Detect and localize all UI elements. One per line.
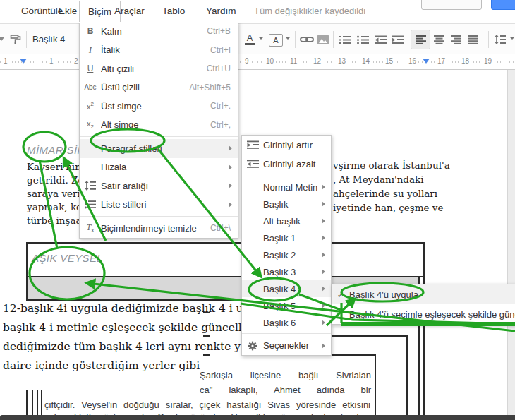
menu-item-italik[interactable]: IİtalikCtrl+I bbox=[80, 41, 238, 60]
numbered-list-icon[interactable] bbox=[337, 33, 351, 46]
table-border bbox=[423, 242, 425, 415]
menu-item-label: Normal Metin bbox=[263, 182, 322, 193]
body-text-left-fragment[interactable]: Kayseri'nin bbox=[27, 161, 81, 172]
ruler-number: 15 bbox=[383, 57, 395, 65]
ruler-number: 1 bbox=[47, 57, 56, 65]
text-color-icon[interactable]: A bbox=[244, 33, 255, 46]
menu-item-baslik[interactable]: Başlık bbox=[242, 196, 331, 212]
menu-item-label: İtalik bbox=[101, 44, 210, 55]
menu-item-label: Alt başlık bbox=[263, 216, 322, 227]
menu-item-shortcut: Ctrl+I bbox=[210, 45, 238, 55]
format-menu: BKalınCtrl+BIİtalikCtrl+IUAltı çiziliCtr… bbox=[79, 21, 238, 239]
highlight-color-icon[interactable]: A bbox=[269, 34, 283, 47]
menu-item-baslik-2[interactable]: Başlık 2 bbox=[242, 246, 331, 263]
toolbar-separator bbox=[333, 31, 334, 48]
bio-text-line[interactable]: çiftçidir. Veysel'in doğduğu sıralar, çi… bbox=[44, 400, 370, 410]
menu-item-normal-metin[interactable]: Normal Metin bbox=[242, 179, 331, 196]
highlight-color-caret-icon[interactable] bbox=[285, 37, 291, 40]
menubar-item-yardim[interactable]: Yardım bbox=[206, 6, 236, 16]
ruler-indent-marker-left[interactable] bbox=[20, 59, 27, 64]
menu-separator bbox=[242, 333, 331, 334]
align-right-icon[interactable] bbox=[449, 33, 462, 46]
paint-format-icon[interactable] bbox=[8, 33, 23, 46]
note-text-line[interactable]: daire içinde gösterdiğim yerler gibi bbox=[3, 359, 200, 372]
ruler-number: 13 bbox=[336, 57, 348, 65]
body-text-right-fragment[interactable]: iyetinde han, çeşme ve bbox=[333, 202, 444, 213]
menu-item-girintiyi-artir[interactable]: Girintiyi artır bbox=[242, 136, 331, 155]
menu-item-baslik-1[interactable]: Başlık 1 bbox=[242, 229, 331, 246]
menu-item-alt-baslik[interactable]: Alt başlık bbox=[242, 212, 331, 229]
bulleted-list-icon[interactable] bbox=[356, 33, 370, 46]
line-spacing-icon[interactable] bbox=[494, 33, 507, 46]
bio-text-line[interactable]: Şarkışla ilçesine bağlı Sivrialan bbox=[200, 370, 371, 380]
submenu-arrow-icon bbox=[322, 235, 325, 241]
menu-item-baslik-6[interactable]: Başlık 6 bbox=[242, 314, 331, 331]
menu-item-hizala[interactable]: Hizala bbox=[80, 158, 238, 177]
ruler[interactable]: 112910111213141516171819 bbox=[0, 54, 515, 70]
paragraph-style-selector[interactable]: Başlık 4 bbox=[32, 34, 65, 44]
ruler-indent-marker-right[interactable] bbox=[423, 59, 430, 64]
body-text-right-fragment[interactable]: vşirme olarak İstanbul'a bbox=[333, 160, 450, 171]
submenu-arrow-icon bbox=[322, 218, 325, 224]
body-text-right-fragment[interactable]: , At Meydanı'ndaki bbox=[333, 174, 424, 185]
menu-item-label: Başlık 4'ü seçimle eşleşecek şekilde gün… bbox=[349, 309, 515, 320]
menu-item-baslik-5[interactable]: Başlık 5 bbox=[242, 297, 331, 314]
justify-icon[interactable] bbox=[466, 33, 479, 46]
menu-item-label: Hizala bbox=[101, 162, 229, 172]
menu-item-baslik4-guncelle[interactable]: Başlık 4'ü seçimle eşleşecek şekilde gün… bbox=[332, 304, 515, 324]
table-border bbox=[26, 242, 425, 244]
menu-item-shortcut: Ctrl+U bbox=[207, 64, 238, 73]
body-text-left-fragment[interactable]: getirildi. Zel bbox=[27, 174, 87, 186]
paragraph-styles-submenu: Girintiyi artırGirintiyi azaltNormal Met… bbox=[241, 135, 332, 356]
table-border bbox=[37, 390, 38, 415]
menu-item-kalin[interactable]: BKalınCtrl+B bbox=[80, 22, 238, 41]
table-border bbox=[203, 335, 210, 337]
menu-item-baslik-4[interactable]: Başlık 4 bbox=[242, 280, 331, 297]
menu-item-alti-cizili[interactable]: UAltı çiziliCtrl+U bbox=[80, 59, 238, 78]
menu-item-paragraf-stilleri[interactable]: Paragraf stilleri bbox=[80, 139, 238, 158]
underline-icon: U bbox=[80, 64, 101, 73]
menubar-item-tablo[interactable]: Tablo bbox=[162, 6, 185, 16]
menu-item-label: Başlık 5 bbox=[263, 301, 322, 311]
menu-item-secenekler[interactable]: Seçenekler bbox=[242, 336, 331, 355]
align-center-icon[interactable] bbox=[432, 33, 445, 46]
menu-item-baslik-3[interactable]: Başlık 3 bbox=[242, 263, 331, 280]
gear-icon bbox=[242, 341, 263, 351]
insert-link-icon[interactable] bbox=[300, 33, 314, 46]
menu-item-baslik4-uygula[interactable]: ✓Başlık 4'ü uygula bbox=[332, 284, 515, 304]
menubar-item-ekle[interactable]: Ekle bbox=[59, 6, 77, 16]
align-left-icon[interactable] bbox=[414, 33, 427, 46]
submenu-arrow-icon bbox=[322, 303, 325, 308]
toolbar-separator bbox=[26, 31, 27, 48]
menubar-item-araclar[interactable]: Araçlar bbox=[114, 6, 145, 16]
table-border bbox=[406, 335, 408, 415]
menu-item-shortcut: Ctrl+, bbox=[210, 120, 238, 130]
menu-separator bbox=[242, 176, 331, 176]
menu-separator bbox=[80, 216, 238, 217]
menu-item-girintiyi-azalt[interactable]: Girintiyi azalt bbox=[242, 155, 331, 174]
share-button-partial[interactable] bbox=[491, 0, 515, 10]
insert-image-icon[interactable] bbox=[317, 33, 329, 46]
comments-button-partial[interactable] bbox=[421, 0, 482, 10]
note-text-line[interactable]: 12-başlık 4i uygula dediğimizde başlık 4… bbox=[3, 302, 279, 315]
indent-icon bbox=[242, 140, 263, 150]
heading-asik-veysel[interactable]: AŞIK VEYSEL bbox=[32, 252, 103, 264]
bio-text-line[interactable]: ca" lakaplı, Ahmet adında bir bbox=[200, 385, 371, 395]
spacing-icon bbox=[80, 181, 101, 191]
menu-item-satir-araligi[interactable]: Satır aralığı bbox=[80, 176, 238, 196]
text-color-caret-icon[interactable] bbox=[258, 37, 264, 40]
note-text-line[interactable]: dediğimizde tüm başlık 4 leri aynı renkt… bbox=[3, 340, 266, 353]
body-text-right-fragment[interactable]: ahçelerinde su yolları bbox=[333, 188, 437, 199]
line-spacing-caret-icon[interactable] bbox=[509, 37, 515, 40]
note-text-line[interactable]: başlık 4 i metinle eşleşecek şekilde gün… bbox=[3, 321, 248, 334]
increase-indent-icon[interactable] bbox=[390, 33, 404, 46]
menubar-item-goruntule[interactable]: Görüntüle bbox=[21, 6, 63, 16]
menu-item-bicimlendirmeyi-temizle[interactable]: TxBiçimlendirmeyi temizleCtrl+\ bbox=[80, 219, 238, 238]
menu-item-ust-simge[interactable]: x2Üst simgeCtrl+. bbox=[80, 97, 238, 116]
chevron-down-icon[interactable] bbox=[0, 33, 5, 46]
menu-item-alt-simge[interactable]: x2Alt simgeCtrl+, bbox=[80, 116, 238, 135]
menu-item-liste-stilleri[interactable]: Liste stilleri bbox=[80, 196, 238, 215]
decrease-indent-icon[interactable] bbox=[373, 33, 387, 46]
body-text-left-fragment[interactable]: yapmak, ker bbox=[27, 201, 87, 212]
menu-item-ustu-cizili[interactable]: AbcÜstü çiziliAlt+Shift+5 bbox=[80, 78, 238, 97]
